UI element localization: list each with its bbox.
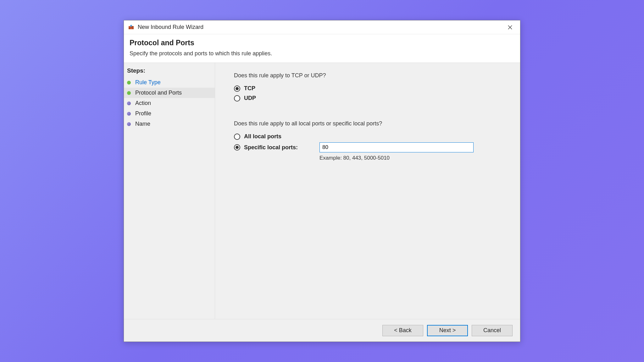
step-bullet-icon (127, 101, 131, 105)
firewall-icon (128, 24, 135, 31)
step-name[interactable]: Name (124, 119, 215, 129)
step-bullet-icon (127, 91, 131, 95)
ports-question: Does this rule apply to all local ports … (234, 120, 508, 127)
step-bullet-icon (127, 81, 131, 85)
content-pane: Does this rule apply to TCP or UDP? TCP … (215, 63, 520, 319)
step-label: Rule Type (135, 79, 161, 86)
page-title: Protocol and Ports (130, 39, 514, 47)
radio-icon (234, 144, 240, 151)
radio-icon (234, 134, 240, 140)
radio-icon (234, 95, 240, 101)
step-protocol-and-ports[interactable]: Protocol and Ports (124, 88, 215, 98)
close-button[interactable] (502, 22, 518, 33)
steps-label: Steps: (124, 65, 215, 77)
radio-specific-local-ports[interactable]: Specific local ports: (234, 144, 319, 151)
step-rule-type[interactable]: Rule Type (124, 77, 215, 88)
back-button[interactable]: < Back (382, 325, 423, 336)
radio-icon (234, 85, 240, 92)
radio-label: All local ports (244, 133, 319, 140)
wizard-window: New Inbound Rule Wizard Protocol and Por… (124, 20, 520, 342)
step-label: Name (135, 121, 150, 127)
step-profile[interactable]: Profile (124, 108, 215, 119)
window-title: New Inbound Rule Wizard (138, 24, 502, 30)
page-subtitle: Specify the protocols and ports to which… (130, 50, 514, 57)
header: Protocol and Ports Specify the protocols… (124, 34, 520, 63)
cancel-button[interactable]: Cancel (472, 325, 513, 336)
body: Steps: Rule Type Protocol and Ports Acti… (124, 63, 520, 319)
steps-sidebar: Steps: Rule Type Protocol and Ports Acti… (124, 63, 215, 319)
protocol-question: Does this rule apply to TCP or UDP? (234, 72, 508, 79)
next-button[interactable]: Next > (427, 325, 468, 336)
radio-tcp[interactable]: TCP (234, 85, 508, 92)
step-label: Protocol and Ports (135, 90, 182, 96)
radio-label: TCP (244, 85, 255, 92)
svg-rect-5 (133, 28, 134, 29)
radio-all-local-ports[interactable]: All local ports (234, 133, 508, 140)
footer: < Back Next > Cancel (124, 319, 520, 342)
close-icon (508, 25, 512, 30)
step-bullet-icon (127, 122, 131, 126)
svg-point-6 (130, 25, 132, 27)
svg-rect-3 (129, 28, 130, 29)
svg-rect-4 (130, 28, 132, 29)
radio-label: UDP (244, 95, 256, 101)
specific-ports-input[interactable] (319, 142, 474, 152)
step-label: Action (135, 100, 151, 107)
ports-example-text: Example: 80, 443, 5000-5010 (319, 155, 508, 161)
step-action[interactable]: Action (124, 98, 215, 108)
radio-udp[interactable]: UDP (234, 95, 508, 101)
step-label: Profile (135, 110, 151, 117)
titlebar: New Inbound Rule Wizard (124, 20, 520, 34)
radio-label: Specific local ports: (244, 144, 319, 151)
step-bullet-icon (127, 112, 131, 116)
